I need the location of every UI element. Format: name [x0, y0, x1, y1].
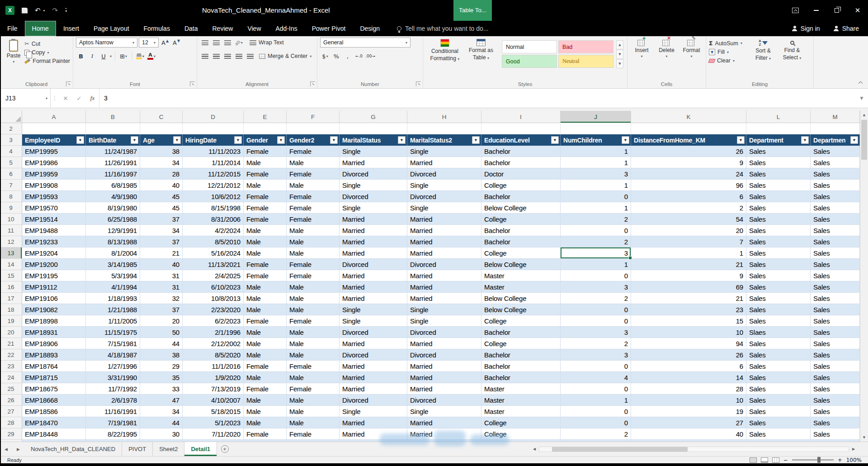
- cell-I21[interactable]: College: [481, 338, 561, 349]
- cell-F17[interactable]: Male: [287, 293, 340, 304]
- cell-C8[interactable]: 45: [140, 191, 183, 202]
- zoom-slider-thumb[interactable]: [817, 457, 821, 463]
- column-header-C[interactable]: C: [140, 111, 183, 123]
- cell-E17[interactable]: Male: [244, 293, 287, 304]
- row-header-6[interactable]: 6: [0, 168, 22, 180]
- column-header-G[interactable]: G: [340, 111, 407, 123]
- cell-style-normal[interactable]: Normal: [502, 40, 557, 53]
- cell-C21[interactable]: 44: [140, 338, 183, 349]
- filter-button-B[interactable]: ▼: [131, 136, 138, 144]
- sign-in-button[interactable]: Sign in: [792, 25, 820, 32]
- cell-I13[interactable]: College: [481, 247, 561, 259]
- align-center-button[interactable]: [211, 51, 221, 61]
- filter-button-E[interactable]: ▼: [277, 136, 285, 144]
- cell-L17[interactable]: Sales: [746, 293, 811, 304]
- cell-F13[interactable]: Male: [287, 247, 340, 259]
- cell-H15[interactable]: Married: [407, 270, 481, 281]
- cell-E11[interactable]: Male: [244, 225, 287, 236]
- ribbon-tab-home[interactable]: Home: [25, 21, 56, 36]
- cell-D18[interactable]: 2/23/2020: [183, 304, 244, 315]
- cell-K8[interactable]: 6: [631, 191, 746, 202]
- cell-A21[interactable]: EMP18906: [22, 338, 86, 349]
- cell-J9[interactable]: 1: [561, 202, 631, 214]
- cell-M13[interactable]: Sales: [811, 247, 860, 259]
- cell-A2[interactable]: [22, 123, 86, 134]
- cell-J4[interactable]: 1: [561, 146, 631, 157]
- cell-style-good[interactable]: Good: [502, 55, 557, 68]
- cell-style-bad[interactable]: Bad: [558, 40, 613, 53]
- cell-G12[interactable]: Married: [340, 236, 407, 247]
- cell-I5[interactable]: Bachelor: [481, 157, 561, 168]
- cell-L11[interactable]: Sales: [746, 225, 811, 236]
- sheet-tab-sheet2[interactable]: Sheet2: [153, 442, 184, 456]
- cell-L28[interactable]: Sales: [746, 417, 811, 428]
- cell-A26[interactable]: EMP18668: [22, 395, 86, 406]
- sheet-tab-novatech-hr-data-cleaned[interactable]: NovaTech_HR_Data_CLEANED: [24, 442, 122, 456]
- cell-K25[interactable]: 28: [631, 383, 746, 395]
- cell-H29[interactable]: Married: [407, 428, 481, 440]
- cell-A11[interactable]: EMP19488: [22, 225, 86, 236]
- close-button[interactable]: ✕: [847, 0, 868, 21]
- font-color-button[interactable]: A ▾: [146, 51, 156, 61]
- cell-I12[interactable]: Bachelor: [481, 236, 561, 247]
- borders-button[interactable]: ⊞▾: [118, 51, 128, 61]
- cell-G17[interactable]: Married: [340, 293, 407, 304]
- formula-input[interactable]: 3: [99, 89, 855, 108]
- select-all-corner[interactable]: [0, 111, 22, 123]
- cell-F14[interactable]: Female: [287, 259, 340, 270]
- align-left-button[interactable]: [200, 51, 210, 61]
- collapse-ribbon-button[interactable]: [858, 81, 863, 85]
- cell-B4[interactable]: 11/24/1987: [86, 146, 140, 157]
- cell-K21[interactable]: 94: [631, 338, 746, 349]
- format-as-table-button[interactable]: Format as Table ▾: [464, 38, 498, 79]
- cell-G24[interactable]: Married: [340, 372, 407, 383]
- cell-H18[interactable]: Single: [407, 304, 481, 315]
- new-sheet-button[interactable]: +: [217, 442, 232, 456]
- number-dialog-launcher[interactable]: ↘: [416, 81, 421, 86]
- cell-D11[interactable]: 4/2/2024: [183, 225, 244, 236]
- cell-M19[interactable]: Sales: [811, 315, 860, 327]
- restore-button[interactable]: [826, 0, 847, 21]
- cell-G2[interactable]: [340, 123, 407, 134]
- cell-A5[interactable]: EMP19986: [22, 157, 86, 168]
- horizontal-scroll-thumb[interactable]: [552, 447, 688, 452]
- cell-K22[interactable]: 26: [631, 349, 746, 361]
- cell-J25[interactable]: 0: [561, 383, 631, 395]
- cell-C11[interactable]: 34: [140, 225, 183, 236]
- cell-H25[interactable]: Married: [407, 383, 481, 395]
- column-header-H[interactable]: H: [407, 111, 481, 123]
- zoom-out-button[interactable]: −: [783, 457, 788, 463]
- cell-L6[interactable]: Sales: [746, 168, 811, 180]
- cell-G5[interactable]: Married: [340, 157, 407, 168]
- cell-E13[interactable]: Male: [244, 247, 287, 259]
- table-header-E3[interactable]: Gender▼: [244, 134, 287, 146]
- cell-D21[interactable]: 2/12/2002: [183, 338, 244, 349]
- cell-F28[interactable]: Male: [287, 417, 340, 428]
- cell-J16[interactable]: 3: [561, 281, 631, 293]
- cell-M28[interactable]: Sales: [811, 417, 860, 428]
- cell-D16[interactable]: 6/10/2023: [183, 281, 244, 293]
- column-header-E[interactable]: E: [244, 111, 287, 123]
- cell-K10[interactable]: 54: [631, 214, 746, 225]
- filter-button-K[interactable]: ▼: [737, 136, 745, 144]
- column-header-K[interactable]: K: [631, 111, 746, 123]
- table-header-B3[interactable]: BirthDate▼: [86, 134, 140, 146]
- table-header-D3[interactable]: HiringDate▼: [183, 134, 244, 146]
- cut-button[interactable]: ✂ Cut: [24, 40, 70, 47]
- cell-G27[interactable]: Single: [340, 406, 407, 417]
- cell-H2[interactable]: [407, 123, 481, 134]
- column-header-M[interactable]: M: [811, 111, 860, 123]
- insert-cells-button[interactable]: + Insert ▾: [630, 38, 653, 79]
- cell-B5[interactable]: 11/26/1991: [86, 157, 140, 168]
- underline-dropdown-icon[interactable]: ▾: [110, 54, 112, 58]
- cell-H21[interactable]: Married: [407, 338, 481, 349]
- clipboard-dialog-launcher[interactable]: ↘: [66, 81, 71, 86]
- cell-B25[interactable]: 11/7/1992: [86, 383, 140, 395]
- row-header-8[interactable]: 8: [0, 191, 22, 202]
- cell-I23[interactable]: Bachelor: [481, 361, 561, 372]
- cell-E8[interactable]: Female: [244, 191, 287, 202]
- cell-H4[interactable]: Single: [407, 146, 481, 157]
- cell-A14[interactable]: EMP19200: [22, 259, 86, 270]
- cell-K16[interactable]: 69: [631, 281, 746, 293]
- number-format-select[interactable]: General ▾: [320, 38, 410, 48]
